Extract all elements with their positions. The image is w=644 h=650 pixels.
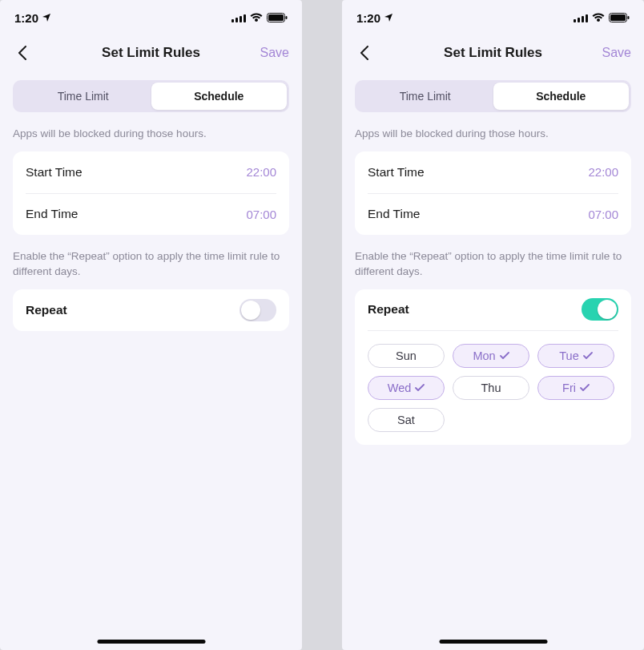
day-sat[interactable]: Sat (368, 408, 445, 432)
toggle-knob (241, 301, 260, 320)
save-button[interactable]: Save (260, 46, 289, 60)
svg-rect-5 (268, 14, 284, 21)
save-button[interactable]: Save (602, 46, 631, 60)
start-time-row[interactable]: Start Time 22:00 (368, 151, 618, 193)
repeat-hint: Enable the “Repeat” option to apply the … (355, 249, 631, 280)
day-label: Mon (473, 349, 495, 362)
check-icon (500, 352, 509, 360)
day-label: Sun (396, 349, 417, 362)
svg-rect-12 (610, 14, 626, 21)
svg-rect-10 (586, 14, 588, 22)
start-time-value: 22:00 (246, 165, 276, 179)
back-button[interactable] (13, 43, 32, 63)
tab-time-limit[interactable]: Time Limit (357, 83, 493, 110)
schedule-hint: Apps will be blocked during those hours. (355, 127, 631, 142)
signal-icon (574, 14, 588, 22)
wifi-icon (592, 13, 605, 22)
start-time-label: Start Time (368, 165, 425, 180)
check-icon (580, 384, 590, 392)
day-wed[interactable]: Wed (368, 376, 445, 400)
content-area: Time Limit Schedule Apps will be blocked… (0, 71, 302, 650)
phone-right: 1:20 Set Limit Rules Save Time Limit (342, 0, 644, 650)
nav-bar: Set Limit Rules Save (342, 35, 644, 71)
day-label: Tue (559, 349, 578, 362)
end-time-row[interactable]: End Time 07:00 (26, 193, 276, 235)
status-bar: 1:20 (0, 0, 302, 35)
end-time-value: 07:00 (246, 208, 276, 221)
start-time-value: 22:00 (588, 165, 618, 179)
home-indicator[interactable] (97, 640, 205, 644)
day-mon[interactable]: Mon (453, 344, 529, 368)
day-label: Thu (481, 382, 501, 394)
repeat-row: Repeat (368, 289, 618, 331)
day-tue[interactable]: Tue (537, 344, 614, 368)
battery-icon (267, 13, 288, 22)
day-label: Fri (562, 382, 576, 394)
days-container: Sun Mon Tue Wed Thu Fri Sat (368, 331, 618, 432)
phone-left: 1:20 Set Limit Rules Save Time Limit (0, 0, 302, 650)
end-time-value: 07:00 (588, 208, 618, 221)
end-time-label: End Time (26, 207, 78, 221)
end-time-label: End Time (368, 207, 420, 221)
wifi-icon (250, 13, 263, 22)
start-time-label: Start Time (26, 165, 83, 180)
page-title: Set Limit Rules (102, 45, 200, 61)
start-time-row[interactable]: Start Time 22:00 (26, 151, 276, 193)
signal-icon (231, 14, 246, 22)
toggle-knob (598, 300, 617, 319)
location-icon (42, 13, 51, 22)
repeat-label: Repeat (368, 302, 409, 317)
repeat-row: Repeat (26, 289, 276, 331)
svg-rect-13 (628, 16, 630, 19)
repeat-toggle[interactable] (239, 299, 276, 321)
repeat-card: Repeat Sun Mon Tue Wed Thu Fri Sat (355, 289, 631, 445)
time-range-card: Start Time 22:00 End Time 07:00 (13, 151, 289, 235)
svg-rect-2 (239, 16, 242, 22)
svg-rect-6 (286, 16, 288, 19)
back-button[interactable] (355, 43, 374, 63)
tab-schedule[interactable]: Schedule (493, 83, 630, 110)
end-time-row[interactable]: End Time 07:00 (368, 193, 618, 235)
svg-rect-1 (235, 18, 238, 22)
day-label: Sat (397, 414, 415, 426)
svg-rect-0 (231, 19, 234, 22)
day-sun[interactable]: Sun (368, 344, 445, 368)
nav-bar: Set Limit Rules Save (0, 35, 302, 71)
status-bar: 1:20 (342, 0, 644, 35)
check-icon (415, 384, 425, 392)
tab-schedule[interactable]: Schedule (151, 83, 288, 110)
status-time: 1:20 (356, 11, 380, 25)
location-icon (384, 13, 393, 22)
svg-rect-9 (582, 16, 584, 22)
svg-rect-3 (244, 14, 246, 22)
home-indicator[interactable] (439, 640, 547, 644)
schedule-hint: Apps will be blocked during those hours. (13, 127, 289, 142)
repeat-label: Repeat (26, 303, 67, 317)
status-time: 1:20 (14, 11, 38, 25)
repeat-toggle[interactable] (582, 298, 618, 321)
content-area: Time Limit Schedule Apps will be blocked… (342, 71, 644, 650)
segmented-control: Time Limit Schedule (355, 80, 631, 112)
day-fri[interactable]: Fri (537, 376, 614, 400)
battery-icon (609, 13, 630, 22)
check-icon (583, 352, 593, 360)
day-thu[interactable]: Thu (453, 376, 529, 400)
repeat-card: Repeat (13, 289, 289, 331)
svg-rect-7 (574, 19, 576, 22)
time-range-card: Start Time 22:00 End Time 07:00 (355, 151, 631, 235)
svg-rect-8 (578, 18, 580, 22)
tab-time-limit[interactable]: Time Limit (15, 83, 151, 110)
day-label: Wed (388, 382, 412, 394)
repeat-hint: Enable the “Repeat” option to apply the … (13, 249, 289, 280)
segmented-control: Time Limit Schedule (13, 80, 289, 112)
page-title: Set Limit Rules (444, 45, 542, 61)
